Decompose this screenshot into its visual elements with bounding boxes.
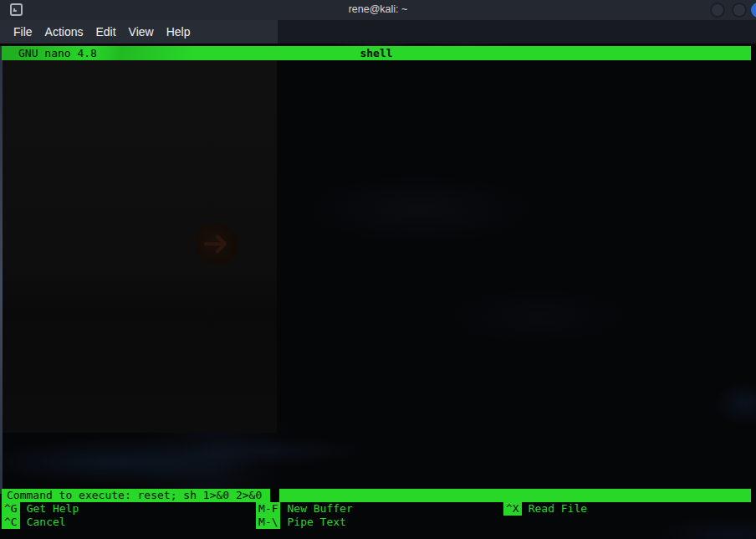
- minimize-button[interactable]: [710, 3, 725, 18]
- shortcut-pipe-text: M-\Pipe Text: [256, 516, 346, 529]
- menu-file[interactable]: File: [13, 25, 33, 38]
- menu-view[interactable]: View: [129, 25, 154, 38]
- shortcut-label: Pipe Text: [287, 516, 345, 528]
- menu-actions[interactable]: Actions: [45, 25, 84, 38]
- maximize-button[interactable]: [732, 3, 747, 18]
- shortcut-key: ^G: [2, 502, 20, 516]
- nano-shortcut-row: ^GGet Help M-FNew Buffer ^XRead File: [2, 502, 751, 516]
- shortcut-key: M-\: [256, 516, 280, 529]
- window-edge: [0, 46, 3, 494]
- nano-prompt-text: Command to execute: reset; sh 1>&0 2>&0: [7, 489, 262, 502]
- shortcut-key: ^X: [503, 502, 522, 516]
- nano-command-prompt[interactable]: Command to execute: reset; sh 1>&0 2>&0: [2, 489, 751, 502]
- shortcut-read-file: ^XRead File: [503, 502, 587, 516]
- menu-help[interactable]: Help: [166, 25, 191, 38]
- menu-edit[interactable]: Edit: [95, 25, 115, 38]
- close-button[interactable]: [751, 3, 756, 18]
- wallpaper-texture: [0, 423, 435, 494]
- wallpaper-texture: [278, 60, 751, 487]
- desktop-screen: rene@kali: ~ File Actions Edit View Help…: [0, 0, 756, 539]
- window-title: rene@kali: ~: [0, 3, 756, 15]
- shortcut-key: M-F: [256, 502, 280, 516]
- nano-buffer-title: shell: [2, 46, 751, 60]
- nano-shortcut-row: ^CCancel M-\Pipe Text: [2, 516, 751, 529]
- shortcut-label: Read File: [529, 502, 587, 515]
- right-arrow-icon[interactable]: [195, 223, 238, 265]
- shortcut-get-help: ^GGet Help: [2, 502, 79, 516]
- shortcut-label: Cancel: [27, 516, 66, 528]
- shortcut-label: New Buffer: [287, 502, 352, 515]
- arrow-glyph: [195, 223, 238, 265]
- shortcut-new-buffer: M-FNew Buffer: [256, 502, 353, 516]
- titlebar[interactable]: rene@kali: ~: [0, 0, 756, 20]
- wallpaper-texture: [702, 360, 756, 469]
- shortcut-key: ^C: [2, 516, 20, 529]
- nano-header-bar: GNU nano 4.8 shell: [2, 46, 751, 60]
- text-cursor: [270, 489, 279, 502]
- shortcut-cancel: ^CCancel: [2, 516, 66, 529]
- shortcut-label: Get Help: [27, 502, 79, 515]
- menubar: File Actions Edit View Help: [0, 20, 756, 44]
